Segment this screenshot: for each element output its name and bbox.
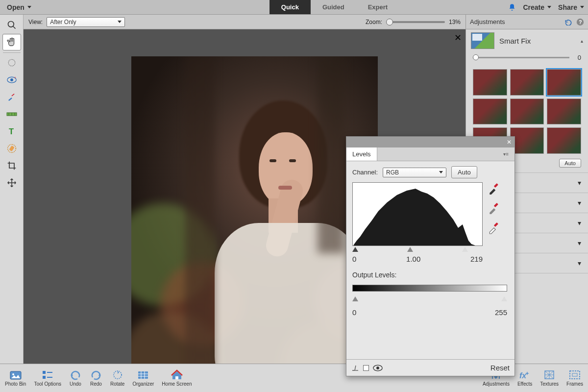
input-black-value[interactable]: 0 (352, 255, 356, 263)
close-icon[interactable]: ✕ (507, 139, 512, 146)
smartfix-value: 0 (574, 54, 581, 61)
zoom-value: 13% (449, 19, 461, 25)
channel-label: Channel: (352, 169, 378, 176)
svg-rect-7 (11, 94, 14, 97)
homescreen-button[interactable]: Home Screen (162, 369, 192, 387)
chevron-down-icon (118, 21, 122, 23)
svg-point-22 (376, 367, 379, 369)
svg-rect-25 (43, 371, 46, 374)
svg-rect-19 (494, 222, 498, 227)
black-point-handle[interactable] (352, 247, 358, 252)
eyedropper-white-icon[interactable] (488, 221, 500, 234)
eye-icon[interactable] (373, 365, 383, 371)
preset-thumb[interactable] (473, 69, 507, 96)
zoom-tool[interactable] (2, 17, 21, 33)
crop-tool[interactable] (2, 157, 21, 174)
output-black-value[interactable]: 0 (352, 308, 356, 317)
quick-select-tool[interactable] (2, 54, 21, 71)
input-white-value[interactable]: 219 (470, 255, 483, 263)
mode-tabs: Quick Guided Expert (270, 0, 399, 14)
preset-thumb[interactable] (547, 69, 581, 96)
white-point-handle[interactable] (462, 247, 468, 252)
create-button[interactable]: Create (523, 3, 551, 11)
preset-thumb[interactable] (510, 127, 544, 154)
preset-combo[interactable]: ▾≡ (377, 147, 514, 161)
svg-point-2 (8, 59, 15, 66)
chevron-down-icon (547, 6, 551, 8)
svg-rect-20 (364, 365, 369, 370)
textures-button[interactable]: Textures (540, 369, 559, 387)
preset-thumb[interactable] (547, 127, 581, 154)
channel-combo[interactable]: RGB (383, 168, 446, 177)
tool-palette: + T (0, 15, 24, 364)
svg-text:T: T (9, 127, 14, 136)
adjustments-title: Adjustments (470, 18, 505, 25)
chevron-up-icon: ▴ (581, 38, 583, 44)
output-black-handle[interactable] (352, 296, 358, 301)
type-tool[interactable]: T (2, 123, 21, 140)
clip-icon[interactable] (351, 365, 359, 371)
rotate-button[interactable]: Rotate (110, 369, 124, 387)
svg-rect-18 (494, 203, 498, 207)
redo-button[interactable]: Redo (90, 369, 102, 387)
svg-rect-14 (9, 146, 14, 151)
chevron-down-icon (580, 6, 584, 8)
undo-button[interactable]: Undo (69, 369, 82, 387)
output-white-value[interactable]: 255 (495, 308, 507, 317)
effects-button[interactable]: fxEffects (517, 369, 532, 387)
tab-expert[interactable]: Expert (356, 0, 399, 14)
tab-quick[interactable]: Quick (270, 0, 311, 14)
eye-tool[interactable]: + (2, 72, 21, 88)
svg-rect-44 (570, 371, 580, 379)
view-label: View: (28, 19, 43, 25)
smartfix-auto-button[interactable]: Auto (559, 159, 581, 168)
bell-icon[interactable] (508, 3, 516, 11)
zoom-label: Zoom: (366, 19, 382, 25)
histogram (352, 182, 483, 246)
svg-point-4 (10, 78, 13, 81)
levels-dialog[interactable]: ✕ Levels ▾≡ Channel: RGB Auto 0 1.00 219 (346, 136, 515, 376)
preset-thumb[interactable] (510, 69, 544, 96)
svg-text:+: + (14, 76, 16, 79)
svg-rect-30 (138, 371, 148, 379)
photo (131, 56, 378, 364)
eyedropper-black-icon[interactable] (488, 182, 500, 195)
eyedropper-gray-icon[interactable] (488, 202, 500, 215)
move-tool[interactable] (2, 174, 21, 191)
chevron-down-icon (27, 6, 31, 8)
levels-tab[interactable]: Levels (346, 147, 377, 161)
help-icon[interactable]: ? (576, 18, 584, 26)
svg-text:fx: fx (519, 371, 527, 380)
levels-auto-button[interactable]: Auto (451, 166, 477, 178)
hand-tool[interactable] (2, 34, 21, 50)
photobin-button[interactable]: Photo Bin (5, 369, 26, 387)
close-icon[interactable]: ✕ (454, 32, 462, 43)
checkbox-icon[interactable] (363, 365, 369, 371)
organizer-button[interactable]: Organizer (132, 369, 154, 387)
preset-thumb[interactable] (547, 98, 581, 125)
preset-thumb[interactable] (510, 98, 544, 125)
output-white-handle[interactable] (501, 296, 507, 301)
output-levels-label: Output Levels: (352, 271, 509, 279)
share-button[interactable]: Share (558, 3, 584, 11)
view-combo[interactable]: After Only (47, 17, 125, 27)
open-button[interactable]: Open (4, 1, 34, 13)
whiten-tool[interactable] (2, 89, 21, 105)
reset-icon[interactable] (564, 19, 572, 25)
tooloptions-button[interactable]: Tool Options (34, 369, 61, 387)
reset-button[interactable]: Reset (490, 364, 510, 372)
frames-button[interactable]: Frames (566, 369, 583, 387)
smartfix-slider[interactable] (473, 57, 569, 58)
spot-heal-tool[interactable] (2, 140, 21, 157)
straighten-tool[interactable] (2, 106, 21, 122)
options-bar: View: After Only Zoom: 13% (24, 15, 466, 29)
zoom-slider[interactable] (386, 21, 445, 23)
smartfix-section-header[interactable]: Smart Fix ▴ (466, 29, 588, 52)
svg-rect-17 (494, 183, 498, 188)
input-gamma-value[interactable]: 1.00 (406, 255, 420, 263)
svg-point-24 (12, 373, 14, 375)
tab-guided[interactable]: Guided (311, 0, 356, 14)
output-gradient (352, 285, 507, 292)
gamma-handle[interactable] (407, 247, 413, 252)
preset-thumb[interactable] (473, 98, 507, 125)
